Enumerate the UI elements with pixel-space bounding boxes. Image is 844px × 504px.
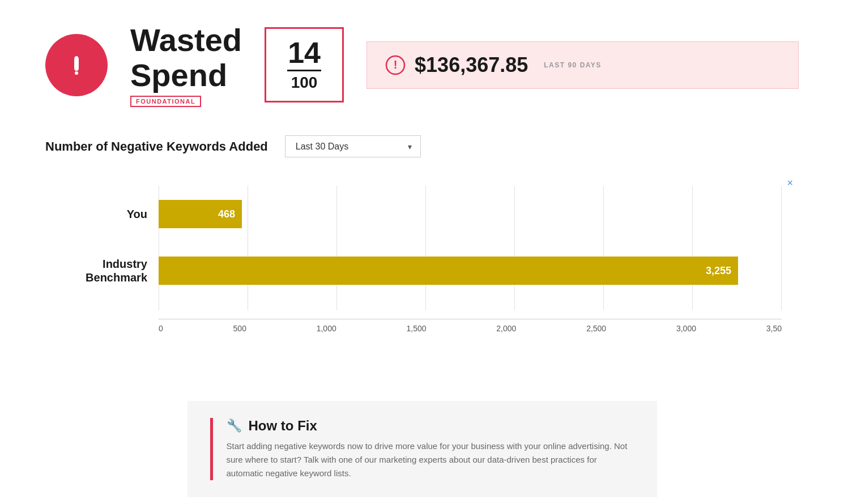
alert-banner: ! $136,367.85 LAST 90 DAYS xyxy=(366,41,799,89)
chart-area: × You xyxy=(45,174,799,378)
chart-title: Number of Negative Keywords Added xyxy=(45,139,268,154)
chart-inner: × You xyxy=(159,186,782,344)
title-block: Wasted Spend FOUNDATIONAL xyxy=(130,23,242,107)
logo-circle xyxy=(45,34,108,96)
alert-period-label: LAST 90 DAYS xyxy=(544,61,602,69)
score-box: 14 100 xyxy=(265,27,344,102)
bar-fill-you: 468 xyxy=(159,200,242,228)
logo-icon xyxy=(64,53,89,78)
x-label-3500: 3,50 xyxy=(766,324,782,333)
x-label-2000: 2,000 xyxy=(496,324,516,333)
x-label-3000: 3,000 xyxy=(676,324,696,333)
foundational-badge: FOUNDATIONAL xyxy=(130,96,201,107)
chart-header: Number of Negative Keywords Added Last 3… xyxy=(45,135,799,157)
x-axis: 0 500 1,000 1,500 2,000 2,500 3,000 3,50 xyxy=(159,319,782,333)
red-accent-bar xyxy=(210,418,213,480)
chart-section: Number of Negative Keywords Added Last 3… xyxy=(45,135,799,378)
svg-text:!: ! xyxy=(394,58,398,71)
how-to-fix-section: 🔧 How to Fix Start adding negative keywo… xyxy=(187,401,657,497)
x-label-2500: 2,500 xyxy=(586,324,606,333)
page-title: Wasted Spend xyxy=(130,23,242,92)
x-label-1000: 1,000 xyxy=(317,324,336,333)
svg-point-0 xyxy=(75,71,78,75)
fix-content: 🔧 How to Fix Start adding negative keywo… xyxy=(227,418,634,480)
x-label-0: 0 xyxy=(159,324,163,333)
bar-value-benchmark: 3,255 xyxy=(706,265,731,277)
fix-description: Start adding negative keywords now to dr… xyxy=(227,439,634,480)
period-dropdown[interactable]: Last 30 Days Last 60 Days Last 90 Days xyxy=(285,135,421,157)
alert-icon: ! xyxy=(385,55,406,75)
bar-label-you: You xyxy=(45,207,147,221)
bar-row-you: You 468 xyxy=(159,197,242,231)
close-button[interactable]: × xyxy=(787,177,793,189)
alert-amount: $136,367.85 xyxy=(415,53,528,77)
bar-row-benchmark: IndustryBenchmark 3,255 xyxy=(159,254,738,288)
fix-title: 🔧 How to Fix xyxy=(227,418,634,434)
wrench-icon: 🔧 xyxy=(227,418,242,433)
header-section: Wasted Spend FOUNDATIONAL 14 100 ! $136,… xyxy=(45,23,799,107)
period-dropdown-container[interactable]: Last 30 Days Last 60 Days Last 90 Days ▾ xyxy=(285,135,421,157)
score-numerator: 14 xyxy=(288,38,321,67)
bar-fill-benchmark: 3,255 xyxy=(159,257,738,285)
x-label-500: 500 xyxy=(233,324,246,333)
x-label-1500: 1,500 xyxy=(407,324,427,333)
bars-container: You 468 IndustryBenchmark 3,255 xyxy=(159,186,782,310)
bar-label-benchmark: IndustryBenchmark xyxy=(45,257,147,284)
score-denominator: 100 xyxy=(291,74,318,92)
bar-value-you: 468 xyxy=(218,208,235,220)
score-divider xyxy=(287,70,321,71)
